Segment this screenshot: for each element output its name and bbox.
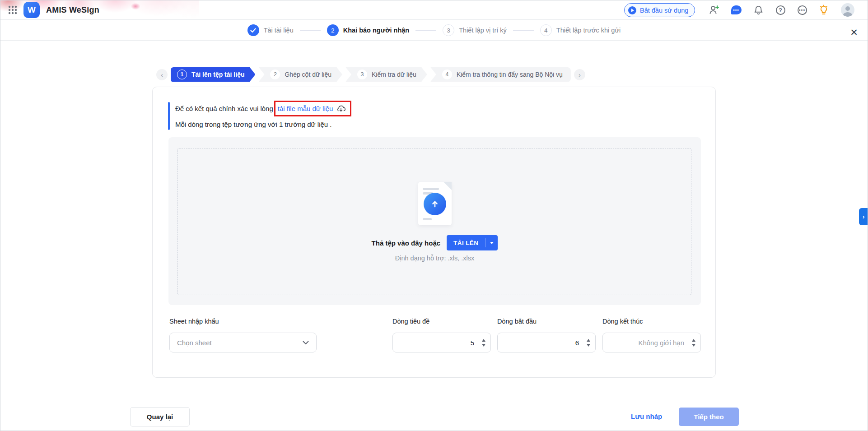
step-declare-recipients[interactable]: 2 Khai báo người nhận: [327, 24, 409, 36]
chevron-down-icon: [303, 341, 309, 345]
header-row-label: Dòng tiêu đề: [392, 318, 429, 325]
start-row-field: [497, 333, 596, 352]
tab-map-columns[interactable]: 2 Ghép cột dữ liệu: [258, 67, 342, 82]
help-icon[interactable]: ?: [775, 4, 786, 16]
end-row-spinner: [692, 333, 695, 352]
tab-number: 4: [442, 70, 452, 79]
invite-user-icon[interactable]: [708, 4, 720, 16]
tab-upload-file[interactable]: 1 Tải lên tệp tài liệu: [171, 67, 255, 82]
drop-action-row: Thả tệp vào đây hoặc TẢI LÊN: [168, 235, 701, 251]
spinner-up-icon[interactable]: [587, 339, 590, 342]
step-label: Khai báo người nhận: [343, 27, 409, 34]
top-bar: W AMIS WeSign Bắt đầu sử dụng ••• ? •••: [0, 0, 868, 20]
download-template-link[interactable]: tải file mẫu dữ liệu: [278, 105, 333, 112]
header-row-field: [392, 333, 491, 352]
start-using-label: Bắt đầu sử dụng: [640, 7, 688, 14]
more-options-icon[interactable]: •••: [796, 4, 808, 16]
upload-illustration: [418, 182, 452, 225]
play-icon: [628, 6, 636, 14]
spinner-down-icon[interactable]: [587, 344, 590, 347]
tab-label: Tải lên tệp tài liệu: [191, 71, 244, 78]
end-row-input[interactable]: [603, 333, 700, 352]
app-grid-icon[interactable]: [8, 5, 18, 15]
spinner-down-icon[interactable]: [692, 344, 695, 347]
step-label: Thiết lập vị trí ký: [459, 27, 507, 34]
info-line2: Mỗi dòng trong tệp tương ứng với 1 trườn…: [175, 120, 332, 128]
tab-check-data[interactable]: 3 Kiểm tra dữ liệu: [345, 67, 427, 82]
end-row-field: [602, 333, 701, 352]
step-connector: [415, 30, 436, 31]
user-avatar[interactable]: [841, 3, 854, 17]
sheet-select-value: Chọn sheet: [177, 339, 212, 347]
wesign-logo[interactable]: W: [23, 2, 40, 18]
ellipsis-icon: •••: [798, 5, 807, 15]
spinner-down-icon[interactable]: [482, 344, 485, 347]
start-using-button[interactable]: Bắt đầu sử dụng: [624, 3, 695, 17]
upload-arrow-icon: [424, 193, 446, 215]
upload-card: Để có kết quả chính xác vui lòng tải fil…: [152, 87, 716, 378]
step-before-send[interactable]: 4 Thiết lập trước khi gửi: [540, 24, 621, 36]
wizard-stepper: Tài tài liệu 2 Khai báo người nhận 3 Thi…: [0, 20, 868, 41]
tab-check-ministry-info[interactable]: 4 Kiểm tra thông tin đẩy sang Bộ Nội vụ: [430, 67, 571, 82]
info-line1-text: Để có kết quả chính xác vui lòng: [175, 105, 273, 112]
app-title: AMIS WeSign: [46, 0, 99, 20]
next-button[interactable]: Tiếp theo: [679, 408, 739, 426]
upload-subtabs: ‹ 1 Tải lên tệp tài liệu 2 Ghép cột dữ l…: [156, 67, 585, 82]
red-annotation-box: tải file mẫu dữ liệu: [274, 101, 352, 116]
tab-number: 1: [177, 70, 187, 79]
download-cloud-icon[interactable]: [336, 104, 346, 113]
spinner-up-icon[interactable]: [482, 339, 485, 342]
tab-label: Kiểm tra thông tin đẩy sang Bộ Nội vụ: [457, 71, 563, 78]
side-panel-toggle[interactable]: ›: [859, 208, 868, 225]
close-icon[interactable]: ✕: [847, 26, 861, 39]
step-sign-position[interactable]: 3 Thiết lập vị trí ký: [443, 24, 507, 36]
sheet-select[interactable]: Chọn sheet: [169, 333, 317, 352]
upload-button[interactable]: TẢI LÊN: [447, 235, 498, 250]
tab-number: 2: [270, 70, 280, 79]
tab-label: Kiểm tra dữ liệu: [372, 71, 416, 78]
sheet-label: Sheet nhập khẩu: [169, 318, 219, 325]
step-number: 2: [327, 24, 339, 36]
step-connector: [513, 30, 534, 31]
spinner-up-icon[interactable]: [692, 339, 695, 342]
chat-bubble-icon: •••: [731, 5, 742, 14]
upload-button-label: TẢI LÊN: [447, 235, 485, 250]
tabs-prev-icon[interactable]: ‹: [156, 69, 168, 80]
start-row-input[interactable]: [498, 333, 595, 352]
step-number: 4: [540, 24, 552, 36]
step-upload-document[interactable]: Tài tài liệu: [247, 24, 294, 36]
header-row-spinner: [482, 333, 485, 352]
step-label: Tài tài liệu: [264, 27, 294, 34]
format-hint: Định dạng hỗ trợ: .xls, .xlsx: [168, 255, 701, 262]
save-draft-button[interactable]: Lưu nháp: [631, 412, 662, 422]
tab-number: 3: [357, 70, 367, 79]
info-line1: Để có kết quả chính xác vui lòng tải fil…: [175, 102, 351, 115]
end-row-label: Dòng kết thúc: [602, 318, 643, 325]
step-number: 3: [443, 24, 454, 36]
chat-icon[interactable]: •••: [730, 4, 742, 16]
step-done-check-icon: [247, 24, 259, 36]
file-drop-zone[interactable]: Thả tệp vào đây hoặc TẢI LÊN Định dạng h…: [168, 137, 701, 305]
header-row-input[interactable]: [393, 333, 490, 352]
notification-bell-icon[interactable]: [752, 4, 764, 16]
whats-new-bulb-icon[interactable]: [818, 4, 830, 16]
step-connector: [300, 30, 321, 31]
start-row-label: Dòng bắt đầu: [497, 318, 537, 325]
drop-text: Thả tệp vào đây hoặc: [372, 239, 441, 247]
upload-dropdown-caret[interactable]: [485, 235, 498, 250]
tab-label: Ghép cột dữ liệu: [285, 71, 331, 78]
start-row-spinner: [587, 333, 590, 352]
tabs-next-icon[interactable]: ›: [574, 69, 585, 80]
info-accent-bar: [168, 102, 170, 130]
step-label: Thiết lập trước khi gửi: [556, 27, 621, 34]
question-mark-icon: ?: [776, 5, 785, 15]
back-button[interactable]: Quay lại: [130, 407, 190, 426]
